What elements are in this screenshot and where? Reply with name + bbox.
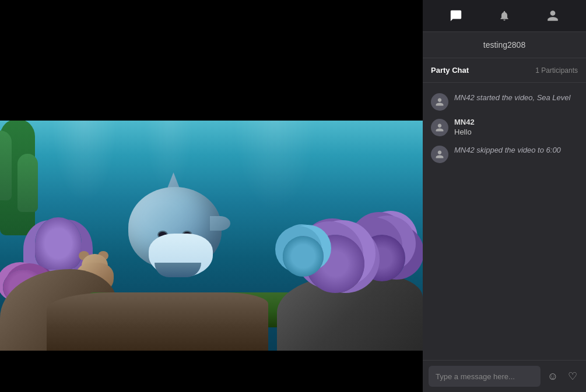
- rock-main: [47, 292, 268, 351]
- message-item: MN42 Hello: [423, 114, 586, 141]
- avatar: [431, 93, 448, 111]
- avatar: [431, 119, 448, 136]
- user-icon: [546, 9, 559, 22]
- username-bar: testing2808: [423, 32, 586, 58]
- anemone-blue: [283, 236, 324, 277]
- message-item: MN42 started the video, Sea Level: [423, 89, 586, 114]
- messages-area: MN42 started the video, Sea Level MN42 H…: [423, 83, 586, 360]
- chat-icon: [450, 9, 462, 22]
- party-chat-header: Party Chat 1 Participants: [423, 58, 586, 83]
- chat-panel: testing2808 Party Chat 1 Participants MN…: [423, 0, 586, 392]
- message-content: MN42 started the video, Sea Level: [454, 92, 578, 103]
- emoji-button[interactable]: ☺: [545, 368, 560, 384]
- heart-button[interactable]: ♡: [565, 368, 580, 384]
- shark-fin-side: [210, 216, 230, 231]
- message-username: MN42: [454, 118, 578, 126]
- party-chat-label: Party Chat: [431, 66, 469, 75]
- message-content: MN42 Hello: [454, 118, 578, 137]
- participants-badge: 1 Participants: [535, 66, 578, 75]
- system-message-1: MN42 started the video, Sea Level: [454, 93, 570, 102]
- input-area: ☺ ♡: [423, 360, 586, 392]
- message-input[interactable]: [429, 366, 541, 387]
- message-item: MN42 skipped the video to 6:00: [423, 141, 586, 167]
- message-body: Hello: [454, 127, 578, 137]
- message-content: MN42 skipped the video to 6:00: [454, 144, 578, 156]
- avatar-icon: [435, 97, 444, 107]
- system-message-2: MN42 skipped the video to 6:00: [454, 146, 561, 154]
- video-panel: [0, 0, 423, 392]
- avatar: [431, 146, 448, 163]
- avatar-icon: [435, 123, 444, 132]
- user-icon-button[interactable]: [545, 8, 561, 24]
- chat-icon-button[interactable]: [448, 8, 464, 24]
- coral-left: [0, 121, 35, 236]
- header-bar: [423, 0, 586, 32]
- avatar-icon: [435, 150, 444, 159]
- bell-icon: [499, 10, 510, 22]
- video-content: [0, 121, 423, 351]
- bell-icon-button[interactable]: [496, 8, 513, 24]
- username-text: testing2808: [483, 40, 525, 50]
